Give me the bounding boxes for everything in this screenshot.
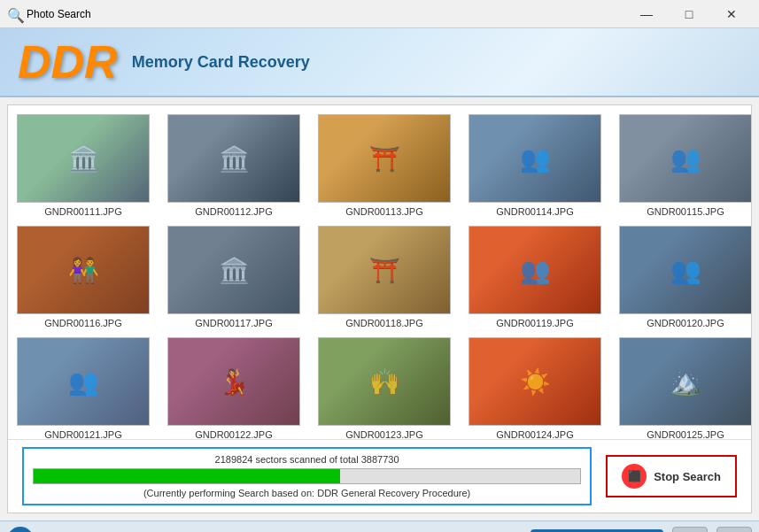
photo-thumbnail: 👥 xyxy=(619,226,751,314)
photo-item[interactable]: ⛩️ GNDR00118.JPG xyxy=(318,226,451,328)
photo-filename: GNDR00113.JPG xyxy=(345,206,422,217)
photo-item[interactable]: 🏛️ GNDR00111.JPG xyxy=(17,114,150,217)
photo-item[interactable]: 👫 GNDR00116.JPG xyxy=(17,226,150,328)
title-bar: 🔍 Photo Search — □ ✕ xyxy=(0,0,759,28)
info-icon: i xyxy=(7,527,34,533)
main-content: 🏛️ GNDR00111.JPG 🏛️ GNDR00112.JPG ⛩️ GND… xyxy=(7,104,752,513)
photo-filename: GNDR00116.JPG xyxy=(44,318,121,328)
forward-button[interactable]: ▶ xyxy=(716,527,752,533)
close-button[interactable]: ✕ xyxy=(711,1,752,27)
photo-filename: GNDR00121.JPG xyxy=(44,429,121,439)
photo-filename: GNDR00122.JPG xyxy=(195,429,272,439)
app-header: DDR Memory Card Recovery xyxy=(0,28,759,97)
photo-thumbnail: 👥 xyxy=(619,114,751,203)
photo-filename: GNDR00118.JPG xyxy=(345,318,422,328)
photo-item[interactable]: 👥 GNDR00121.JPG xyxy=(17,337,150,439)
photo-thumbnail: 🏛️ xyxy=(167,114,300,203)
photo-thumbnail: 👥 xyxy=(469,114,601,203)
photo-thumbnail: 💃 xyxy=(167,337,300,426)
photo-thumbnail: 🙌 xyxy=(318,337,451,426)
photo-filename: GNDR00123.JPG xyxy=(345,429,422,439)
title-bar-title: Photo Search xyxy=(27,8,626,20)
stop-search-label: Stop Search xyxy=(654,470,721,483)
photo-filename: GNDR00119.JPG xyxy=(496,318,573,328)
photo-filename: GNDR00117.JPG xyxy=(195,318,272,328)
photo-thumbnail: 👫 xyxy=(17,226,150,314)
photo-filename: GNDR00111.JPG xyxy=(44,206,121,217)
logo-ddr: DDR xyxy=(18,39,118,85)
stop-search-button[interactable]: Stop Search xyxy=(606,455,737,497)
photo-item[interactable]: 🙌 GNDR00123.JPG xyxy=(318,337,451,439)
photo-filename: GNDR00124.JPG xyxy=(496,429,573,439)
header-subtitle: Memory Card Recovery xyxy=(132,53,310,72)
photo-item[interactable]: 👥 GNDR00119.JPG xyxy=(469,226,601,328)
photo-thumbnail: 🏛️ xyxy=(167,226,300,314)
photo-filename: GNDR00125.JPG xyxy=(647,429,724,439)
photo-thumbnail: 🏔️ xyxy=(619,337,751,426)
photo-filename: GNDR00120.JPG xyxy=(647,318,724,328)
photo-thumbnail: 🏛️ xyxy=(17,114,150,203)
photo-filename: GNDR00112.JPG xyxy=(195,206,272,217)
status-bar: i To Stop recovery, click on 'Stop Searc… xyxy=(0,520,759,532)
photo-item[interactable]: 👥 GNDR00114.JPG xyxy=(469,114,601,217)
stop-icon xyxy=(622,464,647,489)
photo-grid: 🏛️ GNDR00111.JPG 🏛️ GNDR00112.JPG ⛩️ GND… xyxy=(17,114,742,439)
photo-thumbnail: 👥 xyxy=(17,337,150,426)
photo-item[interactable]: ☀️ GNDR00124.JPG xyxy=(469,337,601,439)
progress-bar-fill xyxy=(34,469,340,483)
title-bar-controls: — □ ✕ xyxy=(626,1,752,27)
maximize-button[interactable]: □ xyxy=(669,1,709,27)
app-icon: 🔍 xyxy=(7,7,21,21)
progress-bar-background xyxy=(33,468,581,484)
photo-thumbnail: ⛩️ xyxy=(318,226,451,314)
photo-item[interactable]: 🏛️ GNDR00112.JPG xyxy=(167,114,300,217)
photo-item[interactable]: 👥 GNDR00115.JPG xyxy=(619,114,751,217)
photo-thumbnail: ☀️ xyxy=(469,337,601,426)
photo-item[interactable]: 🏔️ GNDR00125.JPG xyxy=(619,337,751,439)
photo-thumbnail: 👥 xyxy=(469,226,601,314)
photo-thumbnail: ⛩️ xyxy=(318,114,451,203)
back-button[interactable]: ◀ xyxy=(672,527,708,533)
photo-item[interactable]: ⛩️ GNDR00113.JPG xyxy=(318,114,451,217)
progress-box: 2189824 sectors scanned of total 3887730… xyxy=(22,447,592,505)
minimize-button[interactable]: — xyxy=(626,1,667,27)
sectors-scanned-text: 2189824 sectors scanned of total 3887730 xyxy=(33,454,581,465)
photo-item[interactable]: 🏛️ GNDR00117.JPG xyxy=(167,226,300,328)
progress-status-text: (Currently performing Search based on: D… xyxy=(33,488,581,498)
photo-filename: GNDR00114.JPG xyxy=(496,206,573,217)
photo-filename: GNDR00115.JPG xyxy=(647,206,724,217)
progress-area: 2189824 sectors scanned of total 3887730… xyxy=(8,439,751,513)
photo-item[interactable]: 👥 GNDR00120.JPG xyxy=(619,226,751,328)
photo-grid-container[interactable]: 🏛️ GNDR00111.JPG 🏛️ GNDR00112.JPG ⛩️ GND… xyxy=(8,105,751,439)
photo-item[interactable]: 💃 GNDR00122.JPG xyxy=(167,337,300,439)
